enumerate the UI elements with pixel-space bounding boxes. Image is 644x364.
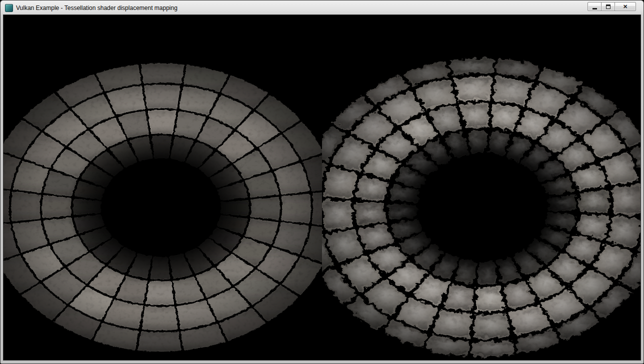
maximize-button[interactable] bbox=[601, 2, 615, 11]
render-viewport[interactable] bbox=[4, 15, 640, 360]
minimize-icon bbox=[592, 8, 597, 10]
scene-svg[interactable] bbox=[4, 15, 640, 360]
maximize-icon bbox=[606, 4, 610, 9]
window-title: Vulkan Example - Tessellation shader dis… bbox=[16, 4, 178, 12]
app-icon[interactable] bbox=[5, 4, 13, 12]
titlebar[interactable]: Vulkan Example - Tessellation shader dis… bbox=[4, 0, 640, 15]
app-window: Vulkan Example - Tessellation shader dis… bbox=[0, 0, 644, 364]
close-icon bbox=[623, 3, 628, 10]
close-button[interactable] bbox=[614, 2, 636, 11]
window-controls bbox=[588, 2, 636, 11]
minimize-button[interactable] bbox=[588, 2, 602, 11]
